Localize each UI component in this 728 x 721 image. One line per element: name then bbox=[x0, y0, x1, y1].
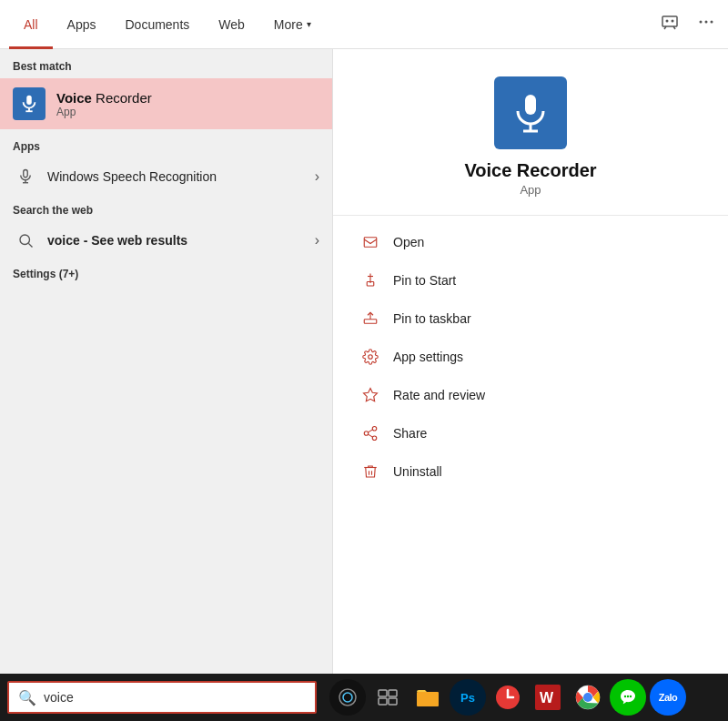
best-match-text: Voice Recorder App bbox=[56, 90, 152, 118]
zalo-button[interactable]: Zalo bbox=[650, 679, 686, 716]
svg-point-1 bbox=[666, 20, 669, 23]
svg-point-24 bbox=[372, 436, 377, 441]
svg-rect-31 bbox=[379, 698, 387, 705]
speech-recognition-label: Windows Speech Recognition bbox=[47, 169, 315, 184]
svg-rect-32 bbox=[389, 698, 397, 705]
task-view-button[interactable] bbox=[369, 679, 406, 716]
svg-rect-29 bbox=[379, 690, 387, 696]
left-panel: Best match Voice Recorder App Apps bbox=[0, 49, 332, 674]
svg-point-3 bbox=[700, 21, 703, 24]
tab-all[interactable]: All bbox=[9, 0, 53, 49]
action-rate-review-label: Rate and review bbox=[393, 388, 485, 402]
action-open[interactable]: Open bbox=[333, 223, 728, 261]
svg-point-28 bbox=[343, 693, 352, 702]
svg-line-13 bbox=[28, 243, 32, 247]
open-icon bbox=[360, 232, 380, 252]
cortana-button[interactable] bbox=[329, 679, 366, 716]
tab-apps[interactable]: Apps bbox=[53, 0, 111, 49]
app-settings-icon bbox=[360, 347, 380, 367]
svg-line-26 bbox=[368, 430, 372, 432]
svg-point-22 bbox=[372, 427, 377, 432]
svg-point-39 bbox=[584, 694, 592, 701]
svg-point-12 bbox=[20, 235, 30, 245]
action-pin-start-label: Pin to Start bbox=[393, 273, 456, 288]
taskbar-search-input[interactable] bbox=[44, 690, 306, 705]
svg-point-40 bbox=[624, 696, 626, 697]
svg-rect-17 bbox=[364, 238, 377, 248]
file-explorer-button[interactable] bbox=[410, 679, 446, 716]
action-pin-taskbar[interactable]: Pin to taskbar bbox=[333, 300, 728, 338]
more-dropdown-arrow: ▾ bbox=[307, 19, 311, 29]
svg-point-27 bbox=[339, 689, 356, 706]
feedback-icon-button[interactable] bbox=[657, 9, 682, 39]
app-detail-name: Voice Recorder bbox=[464, 160, 596, 181]
more-options-icon-button[interactable] bbox=[693, 9, 719, 39]
uninstall-icon bbox=[360, 462, 380, 482]
tab-documents[interactable]: Documents bbox=[110, 0, 204, 49]
svg-point-23 bbox=[364, 432, 369, 436]
right-panel: Voice Recorder App Open bbox=[332, 49, 728, 674]
svg-rect-19 bbox=[364, 320, 377, 324]
pin-start-icon bbox=[360, 270, 380, 290]
voice-recorder-icon bbox=[13, 87, 46, 120]
action-rate-review[interactable]: Rate and review bbox=[333, 376, 728, 414]
svg-point-42 bbox=[630, 696, 632, 697]
red-app-button[interactable] bbox=[490, 679, 526, 716]
web-search-icon bbox=[13, 228, 38, 253]
windows-speech-recognition-item[interactable]: Windows Speech Recognition › bbox=[0, 157, 332, 197]
web-search-item[interactable]: voice - See web results › bbox=[0, 220, 332, 260]
svg-rect-0 bbox=[662, 16, 677, 26]
settings-label: Settings (7+) bbox=[0, 260, 332, 284]
action-list: Open Pin to Start bbox=[333, 216, 728, 498]
tab-web[interactable]: Web bbox=[204, 0, 259, 49]
action-app-settings[interactable]: App settings bbox=[333, 338, 728, 376]
web-search-arrow: › bbox=[315, 232, 319, 249]
taskbar-search-box[interactable]: 🔍 bbox=[7, 681, 317, 714]
office-button[interactable]: W bbox=[530, 679, 566, 716]
chrome-button[interactable] bbox=[570, 679, 606, 716]
svg-point-2 bbox=[672, 20, 674, 23]
top-nav: All Apps Documents Web More ▾ bbox=[0, 0, 728, 49]
action-app-settings-label: App settings bbox=[393, 350, 463, 364]
best-match-app-name: Voice Recorder bbox=[56, 90, 152, 106]
action-open-label: Open bbox=[393, 235, 424, 249]
photoshop-button[interactable]: Ps bbox=[450, 679, 486, 716]
main-container: Best match Voice Recorder App Apps bbox=[0, 49, 728, 674]
line-button[interactable] bbox=[610, 679, 646, 716]
best-match-label: Best match bbox=[0, 49, 332, 78]
svg-point-5 bbox=[711, 21, 713, 24]
share-icon bbox=[360, 423, 380, 443]
action-pin-start[interactable]: Pin to Start bbox=[333, 261, 728, 300]
pin-taskbar-icon bbox=[360, 309, 380, 329]
taskbar: 🔍 Ps bbox=[0, 674, 728, 721]
svg-rect-14 bbox=[525, 95, 536, 115]
svg-point-4 bbox=[705, 21, 708, 24]
svg-marker-21 bbox=[364, 389, 378, 401]
speech-recognition-icon bbox=[13, 164, 38, 189]
speech-recognition-arrow: › bbox=[315, 168, 319, 185]
svg-point-20 bbox=[369, 355, 373, 360]
svg-rect-33 bbox=[417, 692, 439, 706]
action-share[interactable]: Share bbox=[333, 414, 728, 452]
action-share-label: Share bbox=[393, 426, 427, 441]
best-match-item[interactable]: Voice Recorder App bbox=[0, 78, 332, 129]
action-pin-taskbar-label: Pin to taskbar bbox=[393, 311, 471, 326]
taskbar-search-icon: 🔍 bbox=[18, 689, 36, 706]
svg-point-41 bbox=[627, 696, 629, 697]
search-web-label: Search the web bbox=[0, 197, 332, 220]
app-detail-header: Voice Recorder App bbox=[333, 49, 728, 216]
tab-more[interactable]: More ▾ bbox=[259, 0, 326, 49]
action-uninstall-label: Uninstall bbox=[393, 464, 442, 479]
svg-rect-30 bbox=[389, 690, 397, 696]
app-detail-type: App bbox=[520, 183, 541, 197]
svg-line-25 bbox=[368, 434, 372, 437]
rate-review-icon bbox=[360, 385, 380, 405]
best-match-app-type: App bbox=[56, 106, 152, 118]
nav-icons bbox=[657, 9, 719, 39]
svg-rect-6 bbox=[26, 96, 32, 105]
app-detail-icon bbox=[494, 76, 567, 149]
svg-rect-9 bbox=[24, 170, 28, 178]
taskbar-app-icons: Ps W bbox=[329, 679, 686, 716]
action-uninstall[interactable]: Uninstall bbox=[333, 452, 728, 491]
web-search-text: voice - See web results bbox=[47, 233, 187, 248]
